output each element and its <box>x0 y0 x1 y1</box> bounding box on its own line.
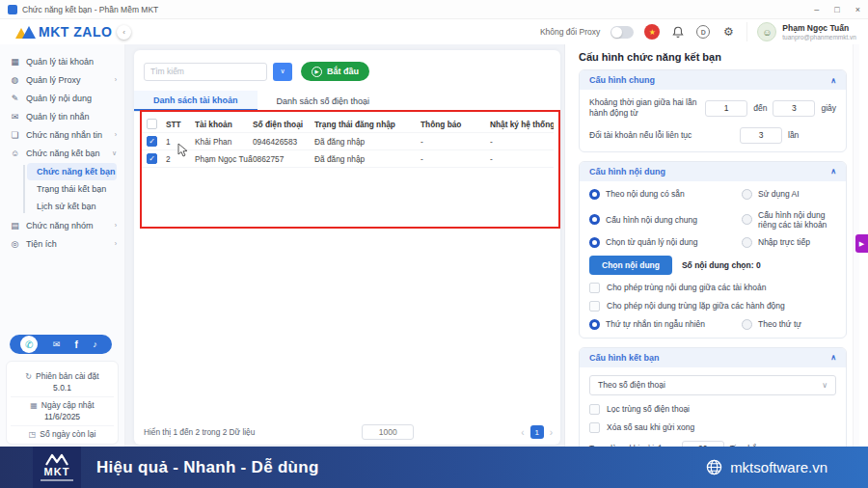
sidebar-item-label: Tiện ích <box>26 239 57 249</box>
start-button[interactable]: ▶ Bắt đầu <box>301 62 369 81</box>
settings-gear-icon[interactable]: ⚙ <box>720 24 736 40</box>
sidebar-item-chuc-nang-ket-ban[interactable]: ☺ Chức năng kết bạn ∨ <box>10 144 117 162</box>
side-panel-toggle-button[interactable]: ▶ <box>855 234 868 253</box>
utilities-icon: ◎ <box>10 239 20 249</box>
page-number-button[interactable]: 1 <box>530 425 544 439</box>
sidebar-subitem-trang-thai-ket-ban[interactable]: Trạng thái kết bạn <box>27 180 117 198</box>
checkbox-xoa-so[interactable]: Xóa số sau khi gửi xong <box>589 422 836 433</box>
section-content-header[interactable]: Cấu hình nội dung ∧ <box>580 162 846 181</box>
user-account[interactable]: ☺ Phạm Ngọc Tuấn tuanpro@phanmemmkt.vn <box>746 22 856 41</box>
retry-count-input[interactable] <box>740 127 782 144</box>
maximize-button[interactable]: □ <box>834 5 839 14</box>
search-input[interactable] <box>144 63 267 81</box>
avatar: ☺ <box>757 22 776 41</box>
radio-label: Cấu hình nội dung riêng các tài khoản <box>758 210 836 230</box>
toolbar: ∨ ▶ Bắt đầu <box>144 62 369 81</box>
sidebar-item-chuc-nang-nhan-tin[interactable]: ❏ Chức năng nhắn tin › <box>10 125 117 144</box>
interval-to-input[interactable] <box>773 100 815 117</box>
friend-mode-select[interactable]: Theo số điện thoại ∨ <box>589 375 836 395</box>
tab-danh-sach-so-dien-thoai[interactable]: Danh sách số điện thoại <box>258 91 390 111</box>
sidebar-subitem-lich-su-ket-ban[interactable]: Lịch sử kết bạn <box>27 198 117 215</box>
sidebar-item-quan-ly-tin-nhan[interactable]: ✉ Quản lý tin nhắn <box>10 107 117 125</box>
table-row[interactable]: ✓ 2 Phạm Ngọc Tuấn 0862757 Đã đăng nhập … <box>141 150 554 168</box>
pagination-summary: Hiển thị 1 đến 2 trong 2 Dữ liệu <box>144 427 255 437</box>
header: MKT ZALO ‹ Không đổi Proxy ★ D ⚙ ☺ Phạm … <box>0 19 868 44</box>
interval-from-input[interactable] <box>705 100 747 117</box>
prev-page-button[interactable]: ‹ <box>521 427 524 438</box>
radio-su-dung-ai[interactable]: Sử dụng AI <box>742 189 800 200</box>
radio-thu-tu-ngau-nhien[interactable]: Thứ tự nhắn tin ngẫu nhiên <box>589 319 742 330</box>
radio-unselected-icon <box>742 189 752 200</box>
section-general-title: Cấu hình chung <box>589 75 655 85</box>
next-page-button[interactable]: › <box>550 427 553 438</box>
config-panel: Cấu hình chức năng kết bạn Cấu hình chun… <box>564 44 868 447</box>
proxy-toggle[interactable] <box>610 26 634 39</box>
mkt-mountain-icon <box>44 453 69 466</box>
cell-account: Khải Phan <box>195 137 253 147</box>
close-button[interactable]: × <box>855 5 860 14</box>
main-card: ∨ ▶ Bắt đầu Danh sách tài khoản Danh sác… <box>134 50 560 445</box>
radio-label: Cấu hình nội dung chung <box>606 215 697 225</box>
radio-label: Nhập trực tiếp <box>758 237 810 247</box>
chosen-count-text: Số nội dung chọn: 0 <box>682 260 761 270</box>
days-left-row: ◳Số ngày còn lại <box>11 425 114 443</box>
facebook-icon[interactable]: f <box>74 339 77 350</box>
minimize-button[interactable]: – <box>814 5 819 14</box>
checkbox-noi-dung-trung-lap[interactable]: Cho phép nội dung trùng lặp giữa các hàn… <box>589 301 836 312</box>
search-dropdown-button[interactable]: ∨ <box>273 63 292 81</box>
page-size-input[interactable] <box>362 424 414 440</box>
radio-nhap-truc-tiep[interactable]: Nhập trực tiếp <box>742 237 810 248</box>
checkbox-trung-noi-dung[interactable]: Cho phép trùng nội dung giữa các tài kho… <box>589 283 836 293</box>
tab-danh-sach-tai-khoan[interactable]: Danh sách tài khoản <box>134 91 258 111</box>
sidebar-subitem-chuc-nang-ket-ban[interactable]: Chức năng kết bạn <box>27 163 117 180</box>
radio-label: Theo nội dung có sẵn <box>606 189 685 199</box>
sidebar-submenu: Chức năng kết bạn Trạng thái kết bạn Lịc… <box>23 163 117 215</box>
sidebar-item-quan-ly-noi-dung[interactable]: ✎ Quản lý nội dung <box>10 89 117 107</box>
d-badge-icon[interactable]: D <box>696 25 710 39</box>
radio-theo-noi-dung-co-san[interactable]: Theo nội dung có sẵn <box>589 189 742 200</box>
chevron-up-icon: ∧ <box>830 76 836 85</box>
radio-unselected-icon <box>742 237 752 248</box>
sidebar-item-quan-ly-tai-khoan[interactable]: ▦ Quản lý tài khoản <box>10 52 117 70</box>
update-date-row: ▦Ngày cập nhật 11/6/2025 <box>11 396 114 425</box>
radio-selected-icon <box>589 319 600 330</box>
language-flag-icon[interactable]: ★ <box>644 24 660 40</box>
support-chat-icon[interactable]: ✆ <box>20 336 38 353</box>
radio-selected-icon <box>589 237 600 248</box>
notifications-bell-icon[interactable] <box>670 24 686 40</box>
choose-content-button[interactable]: Chọn nội dung <box>589 256 672 275</box>
version-value: 5.0.1 <box>11 383 114 393</box>
zalo-icon[interactable]: ✉ <box>53 339 61 349</box>
col-stt: STT <box>166 120 195 129</box>
select-all-checkbox[interactable] <box>147 119 157 129</box>
radio-theo-thu-tu[interactable]: Theo thứ tự <box>742 319 801 330</box>
section-friend-header[interactable]: Cấu hình kết bạn ∧ <box>580 348 846 367</box>
version-icon: ↻ <box>25 372 32 381</box>
accounts-grid-icon: ▦ <box>10 57 20 67</box>
sidebar-item-quan-ly-proxy[interactable]: ◍ Quản lý Proxy › <box>10 70 117 89</box>
row-checkbox[interactable]: ✓ <box>147 136 157 147</box>
tiktok-icon[interactable]: ♪ <box>93 339 97 349</box>
section-friend-title: Cấu hình kết bạn <box>589 353 660 363</box>
radio-chon-tu-quan-ly-noi-dung[interactable]: Chọn từ quản lý nội dung <box>589 237 742 248</box>
checkbox-label: Xóa số sau khi gửi xong <box>607 422 694 432</box>
sidebar-item-tien-ich[interactable]: ◎ Tiện ích › <box>10 234 117 253</box>
sidebar-item-label: Chức năng nhắn tin <box>26 130 102 140</box>
row-checkbox[interactable]: ✓ <box>147 153 157 164</box>
chevron-right-icon: › <box>115 131 117 138</box>
footer-slogan: Hiệu quả - Nhanh - Dễ dùng <box>96 458 319 477</box>
section-content-config: Cấu hình nội dung ∧ Theo nội dung có sẵn… <box>579 161 847 339</box>
sidebar-collapse-button[interactable]: ‹ <box>117 25 131 40</box>
version-label: Phiên bản cài đặt <box>36 371 99 381</box>
footer-website[interactable]: mktsoftware.vn <box>730 459 827 475</box>
radio-cau-hinh-noi-dung-chung[interactable]: Cấu hình nội dung chung <box>589 214 742 225</box>
col-log: Nhật ký hệ thống <box>490 120 554 129</box>
section-general-header[interactable]: Cấu hình chung ∧ <box>580 70 846 90</box>
table-row[interactable]: ✓ 1 Khải Phan 0946426583 Đã đăng nhập - … <box>141 133 554 150</box>
checkbox-loc-trung-so[interactable]: Lọc trùng số điện thoại <box>589 404 836 415</box>
chat-icon: ❏ <box>10 130 20 140</box>
sidebar-item-chuc-nang-nhom[interactable]: ▤ Chức năng nhóm › <box>10 216 117 234</box>
checkbox-unchecked-icon <box>589 301 600 312</box>
radio-cau-hinh-noi-dung-rieng[interactable]: Cấu hình nội dung riêng các tài khoản <box>742 210 836 230</box>
days-left-label: Số ngày còn lại <box>40 429 95 439</box>
